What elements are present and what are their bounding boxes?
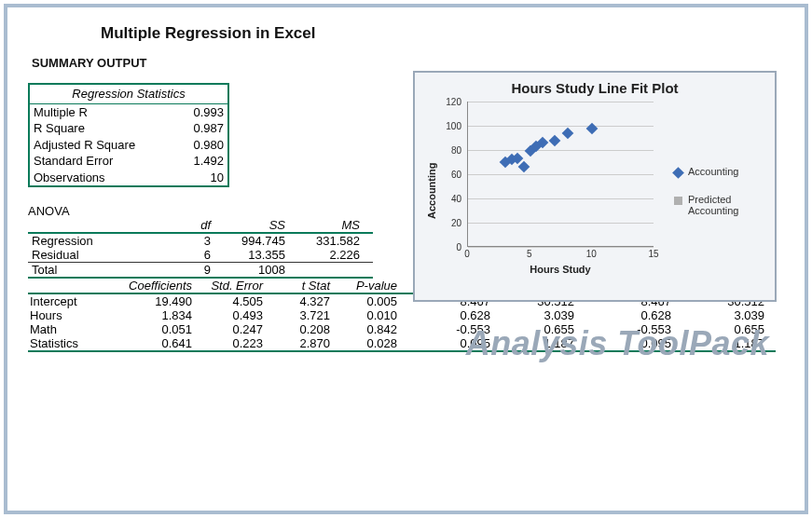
data-point: [561, 127, 573, 139]
scatter-chart: Hours Study Line Fit Plot Accounting 020…: [413, 71, 777, 302]
cell: 1.834: [112, 308, 194, 322]
chart-x-axis-label: Hours Study: [467, 264, 654, 275]
cell: 19.490: [112, 294, 194, 308]
cell: 3.039: [673, 308, 766, 322]
chart-legend: Accounting Predicted Accounting: [663, 98, 765, 284]
anova-col-df: df: [168, 218, 214, 232]
anova-label: ANOVA: [28, 204, 401, 218]
square-icon: [674, 197, 682, 205]
table-row: Regression 3 994.745 331.582: [28, 234, 373, 248]
cell: 994.745: [214, 234, 289, 248]
cell: 0.010: [332, 308, 399, 322]
cell: 0.628: [399, 308, 492, 322]
cell: 1008: [214, 263, 289, 277]
stat-value: 0.987: [193, 120, 224, 137]
stat-value: 0.993: [193, 104, 224, 121]
chart-plot-area: 020406080100120 051015 Hours Study: [439, 98, 663, 284]
y-tick-label: 0: [456, 242, 461, 252]
cell: 9: [168, 263, 214, 277]
col-t: t Stat: [265, 279, 332, 293]
col-se: Std. Error: [194, 279, 265, 293]
regression-statistics-table: Regression Statistics Multiple R0.993 R …: [28, 83, 229, 187]
row-name: Hours: [28, 308, 112, 322]
x-tick-label: 10: [586, 249, 597, 259]
cell: 2.870: [265, 336, 332, 350]
cell: 3.721: [265, 308, 332, 322]
cell: 3: [168, 234, 214, 248]
legend-item: Predicted Accounting: [674, 194, 765, 216]
table-row: Hours1.8340.4933.7210.0100.6283.0390.628…: [28, 308, 776, 322]
row-name: Total: [28, 263, 168, 277]
table-row: Multiple R0.993: [30, 104, 227, 121]
chart-y-axis-label: Accounting: [424, 98, 439, 284]
row-name: Math: [28, 322, 112, 336]
document-frame: Multiple Regression in Excel SUMMARY OUT…: [4, 4, 808, 514]
x-tick-label: 5: [527, 249, 532, 259]
cell: 4.327: [265, 294, 332, 308]
anova-col-ms: MS: [289, 218, 364, 232]
y-tick-label: 60: [451, 170, 461, 180]
stat-label: Adjusted R Square: [34, 137, 135, 154]
col-p: P-value: [332, 279, 399, 293]
row-name: Intercept: [28, 294, 112, 308]
cell: 13.355: [214, 248, 289, 262]
table-row: Standard Error1.492: [30, 153, 227, 170]
anova-table: df SS MS Regression 3 994.745 331.582 Re…: [28, 218, 373, 279]
stat-value: 0.980: [193, 137, 224, 154]
cell: 0.628: [576, 308, 673, 322]
cell: 0.005: [332, 294, 399, 308]
cell: 2.226: [289, 248, 364, 262]
cell: 6: [168, 248, 214, 262]
chart-title: Hours Study Line Fit Plot: [424, 80, 765, 96]
data-point: [518, 161, 530, 173]
legend-item: Accounting: [674, 166, 765, 177]
analysis-toolpack-label: Analysis ToolPack: [466, 324, 769, 363]
anova-col-ss: SS: [214, 218, 289, 232]
table-row: Observations10: [30, 170, 227, 186]
legend-label: Accounting: [688, 166, 738, 177]
row-name: Residual: [28, 248, 168, 262]
cell: 3.039: [492, 308, 576, 322]
stat-value: 1.492: [193, 153, 224, 170]
cell: 0.247: [194, 322, 265, 336]
left-column: SUMMARY OUTPUT Regression Statistics Mul…: [28, 56, 401, 279]
page-title: Multiple Regression in Excel: [101, 24, 784, 43]
stat-label: R Square: [34, 120, 85, 137]
data-point: [549, 134, 561, 146]
col-coef: Coefficients: [112, 279, 194, 293]
anova-header-row: df SS MS: [28, 218, 373, 234]
regression-statistics-header: Regression Statistics: [30, 85, 227, 104]
summary-output-label: SUMMARY OUTPUT: [32, 56, 401, 70]
anova-total-row: Total 9 1008: [28, 262, 373, 279]
stat-label: Standard Error: [34, 153, 113, 170]
cell: 0.493: [194, 308, 265, 322]
legend-label: Predicted Accounting: [688, 194, 763, 216]
y-tick-label: 120: [446, 97, 461, 107]
data-point: [586, 122, 599, 134]
y-tick-label: 20: [451, 218, 461, 228]
row-name: Regression: [28, 234, 168, 248]
y-tick-label: 40: [451, 194, 461, 204]
table-row: R Square0.987: [30, 120, 227, 137]
cell: 0.842: [332, 322, 399, 336]
table-row: Adjusted R Square0.980: [30, 137, 227, 154]
stat-label: Observations: [34, 170, 105, 186]
x-tick-label: 15: [648, 249, 658, 259]
cell: 0.208: [265, 322, 332, 336]
row-name: Statistics: [28, 336, 112, 350]
diamond-icon: [672, 167, 684, 179]
y-tick-label: 80: [451, 145, 461, 156]
y-tick-label: 100: [446, 121, 461, 131]
stat-label: Multiple R: [34, 104, 88, 121]
cell: 0.223: [194, 336, 265, 350]
table-row: Residual 6 13.355 2.226: [28, 248, 373, 262]
cell: [289, 263, 364, 277]
cell: 0.051: [112, 322, 194, 336]
cell: 4.505: [194, 294, 265, 308]
cell: 331.582: [289, 234, 364, 248]
cell: 0.028: [332, 336, 399, 350]
stat-value: 10: [211, 170, 224, 186]
x-tick-label: 0: [464, 249, 470, 259]
cell: 0.641: [112, 336, 194, 350]
